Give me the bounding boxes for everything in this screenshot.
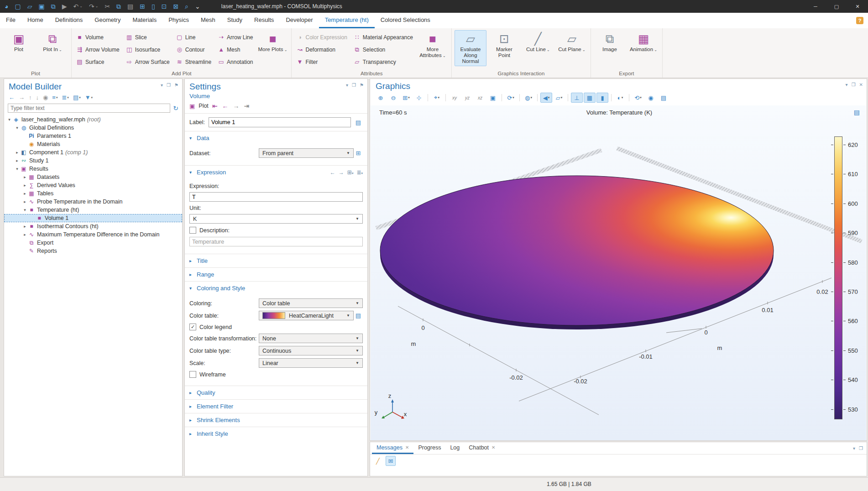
undo-icon[interactable]: ↶⌄	[73, 3, 83, 10]
plot-area[interactable]: Time=60 s Volume: Temperature (K) ▤ 6206…	[371, 105, 866, 440]
view-xy-icon[interactable]: xy	[449, 93, 460, 103]
scale-dropdown[interactable]: Linear▼	[259, 358, 363, 368]
settings-plot-button[interactable]: Plot	[199, 103, 209, 109]
show-messages-icon[interactable]: ✉	[386, 456, 396, 466]
tree-node-component-1[interactable]: ▸◧Component 1(comp 1)	[4, 148, 182, 157]
settings-section-header-element-filter[interactable]: ▸Element Filter	[185, 400, 367, 413]
tree-node-results[interactable]: ▾▣Results	[4, 165, 182, 173]
close-tab-icon[interactable]: ✕	[492, 445, 495, 450]
tree-node-isothermal-contours-ht[interactable]: ▸■Isothermal Contours (ht)	[4, 222, 182, 230]
view-yz-icon[interactable]: yz	[461, 93, 473, 103]
tree-node-materials[interactable]: ◉Materials	[4, 140, 182, 148]
grid-toggle-icon[interactable]: ▦	[584, 93, 596, 103]
settings-pin-icon[interactable]: ⚑	[360, 83, 364, 88]
more-plots-button[interactable]: ■More Plots ⌄	[256, 30, 288, 55]
view-xz-icon[interactable]: xz	[474, 93, 486, 103]
plot-previous-icon[interactable]: ←	[222, 102, 229, 110]
tree-node-study-1[interactable]: ▸∾Study 1	[4, 157, 182, 165]
isosurface-button[interactable]: ◫Isosurface	[126, 43, 170, 56]
dataset-dropdown[interactable]: From parent▼	[259, 148, 354, 158]
delete-icon[interactable]: ▯	[152, 3, 155, 10]
filter-button[interactable]: ▼Filter	[296, 56, 347, 68]
settings-section-header-quality[interactable]: ▸Quality	[185, 386, 367, 399]
zoom-extents-icon[interactable]: ⊹	[413, 93, 425, 103]
surface-button[interactable]: ▤Surface	[76, 56, 120, 68]
rotate-icon[interactable]: ⟳▾	[505, 93, 517, 103]
paste-icon[interactable]: ▤	[127, 3, 133, 10]
graphics-close-icon[interactable]: ✕	[859, 82, 863, 87]
settings-section-header-shrink-elements[interactable]: ▸Shrink Elements	[185, 413, 367, 427]
ribbon-tab-physics[interactable]: Physics	[162, 13, 195, 28]
chevron-right-icon[interactable]: ▸	[14, 150, 20, 155]
refresh-icon[interactable]: ↻	[173, 104, 178, 112]
close-tab-icon[interactable]: ✕	[405, 445, 409, 450]
chevron-right-icon[interactable]: ▸	[22, 191, 28, 196]
clear-messages-icon[interactable]: ╱	[373, 456, 383, 466]
cut-icon[interactable]: ✂	[105, 3, 110, 10]
ribbon-tab-temperature-ht[interactable]: Temperature (ht)	[319, 13, 375, 28]
tab-messages[interactable]: Messages✕	[372, 442, 413, 454]
graphics-collapse-icon[interactable]: ▾	[846, 82, 848, 87]
tree-node-reports[interactable]: ✎Reports	[4, 247, 182, 255]
arrow-line-button[interactable]: ⇢Arrow Line	[218, 31, 253, 43]
unit-combo[interactable]: K▼	[189, 214, 363, 224]
chevron-down-icon[interactable]: ▾	[14, 167, 20, 171]
print-icon[interactable]: ▤	[658, 93, 669, 103]
plot-last-icon[interactable]: ⇥	[244, 102, 250, 110]
settings-section-header-coloring-and-style[interactable]: ▾Coloring and Style	[185, 282, 367, 295]
select-box-icon[interactable]: ⊡	[162, 3, 167, 10]
plot-next-icon[interactable]: →	[233, 102, 240, 110]
graphics-float-icon[interactable]: ❐	[852, 82, 856, 87]
chevron-down-icon[interactable]: ▾	[6, 117, 12, 122]
axis-orientation-icon[interactable]: ⊥	[571, 93, 583, 103]
wireframe-checkbox[interactable]	[189, 371, 196, 378]
comsol-logo-icon[interactable]: ◕	[5, 3, 8, 10]
transparency-button[interactable]: ▱Transparency	[354, 56, 413, 68]
zoom-box-icon[interactable]: ⊞▾	[400, 93, 412, 103]
cut-line-button[interactable]: ╱Cut Line ⌄	[522, 30, 554, 55]
plot-first-icon[interactable]: ⇤	[212, 102, 218, 110]
ribbon-tab-file[interactable]: File	[0, 13, 21, 28]
show-icon[interactable]: ◉	[43, 94, 48, 101]
settings-section-header-expression[interactable]: ▾Expression←→⊞▾≣▾	[185, 166, 367, 179]
edit-color-table-button[interactable]: ▤	[354, 311, 363, 320]
arrow-surface-button[interactable]: ⇨Arrow Surface	[126, 56, 170, 68]
scene-icon[interactable]: ◍▾	[523, 93, 534, 103]
image-button[interactable]: ⧉Image	[594, 30, 626, 54]
zoom-out-icon[interactable]: ⊖	[387, 93, 399, 103]
search-icon[interactable]: ⌕	[185, 3, 188, 10]
color-table-dropdown[interactable]: HeatCameraLight▼	[259, 311, 354, 320]
chevron-right-icon[interactable]: ▸	[22, 232, 28, 237]
tree-node-temperature-ht[interactable]: ▾■Temperature (ht)	[4, 206, 182, 214]
tab-progress[interactable]: Progress	[413, 442, 445, 454]
chevron-right-icon[interactable]: ▸	[22, 183, 28, 188]
settings-section-header-title[interactable]: ▸Title	[185, 254, 367, 267]
plot-button[interactable]: ▣Plot	[3, 30, 35, 54]
color-table-transformation-dropdown[interactable]: None▼	[259, 334, 363, 343]
expand-all-icon[interactable]: ≣▾	[62, 94, 68, 101]
open-file-icon[interactable]: ▱	[27, 3, 32, 10]
label-input[interactable]	[209, 117, 351, 127]
slice-button[interactable]: ▥Slice	[126, 31, 170, 43]
plot-in-button[interactable]: ⧉Plot In ⌄	[37, 30, 68, 55]
tree-filter-input[interactable]	[8, 104, 170, 113]
ribbon-tab-home[interactable]: Home	[21, 13, 49, 28]
volume-button[interactable]: ■Volume	[76, 31, 120, 43]
expression-next-icon[interactable]: →	[339, 169, 344, 176]
forward-icon[interactable]: →	[19, 94, 25, 101]
chevron-down-icon[interactable]: ▾	[14, 125, 20, 130]
chevron-right-icon[interactable]: ▸	[14, 158, 20, 163]
default-view-icon[interactable]: ⌖▾	[431, 93, 443, 103]
collapse-all-icon[interactable]: ≡▾	[52, 94, 58, 101]
node-text-icon[interactable]: ▤▾	[73, 94, 81, 101]
animation-button[interactable]: ▦Animation ⌄	[627, 30, 659, 55]
ribbon-tab-definitions[interactable]: Definitions	[49, 13, 89, 28]
close-button[interactable]: ✕	[847, 0, 868, 13]
contour-button[interactable]: ◎Contour	[176, 43, 211, 56]
color-legend-checkbox[interactable]: ✓	[189, 324, 196, 330]
evaluate-along-normal-button[interactable]: ▱Evaluate Along Normal	[455, 30, 486, 66]
ribbon-tab-study[interactable]: Study	[221, 13, 248, 28]
filter-tree-icon[interactable]: ▼▾	[85, 94, 93, 101]
tab-chatbot[interactable]: Chatbot✕	[464, 442, 500, 454]
color-theme-icon[interactable]: ◐▾	[614, 93, 626, 103]
